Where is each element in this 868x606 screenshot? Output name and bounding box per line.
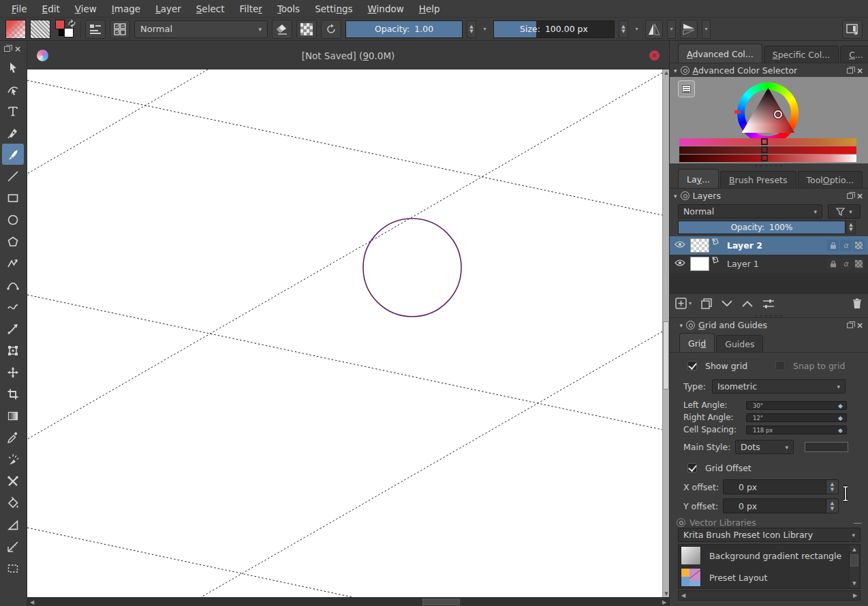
show-grid-checkbox[interactable]: Show grid [687, 361, 747, 371]
offset-spinbox[interactable]: 0 px ▲▼ [723, 498, 839, 513]
alpha-lock-icon[interactable]: α [840, 240, 852, 251]
menu-settings[interactable]: Settings [307, 1, 360, 16]
add-layer-button[interactable]: ▾ [675, 298, 692, 309]
choose-brush-preset-button[interactable] [110, 20, 130, 39]
lock-icon[interactable] [827, 240, 839, 251]
measure-tool[interactable] [2, 536, 24, 557]
edit-brush-settings-button[interactable] [85, 20, 106, 39]
resize-grip[interactable]: •••••• [670, 164, 868, 168]
grid-type-combo[interactable]: Isometric ▾ [712, 379, 846, 394]
close-docker-icon[interactable]: × [856, 322, 863, 329]
layer-visibility-eye-icon[interactable] [670, 240, 690, 251]
vertical-scrollbar-thumb[interactable] [663, 321, 669, 389]
preset-list-horizontal-scrollbar[interactable]: ◀ ▶ [678, 590, 861, 601]
preset-library-combo[interactable]: Krita Brush Preset Icon Library ▾ [678, 528, 861, 542]
opacity-stepper[interactable]: ▲▼ [467, 20, 476, 38]
layer-name[interactable]: Layer 1 [722, 259, 827, 269]
layer-blend-mode-combo[interactable]: Normal ▾ [678, 204, 822, 219]
slider-field[interactable]: 12° ◆ [746, 413, 847, 422]
tab-b[interactable]: Brush Presets [720, 171, 796, 189]
layer-opacity-stepper[interactable]: ▲▼ [846, 221, 856, 234]
grid-line-preview[interactable] [805, 442, 848, 452]
close-document-button[interactable]: ✕ [649, 50, 660, 61]
inherit-alpha-icon[interactable] [853, 240, 865, 251]
transform-tool[interactable] [2, 340, 24, 361]
freehand-path-tool[interactable] [2, 296, 24, 317]
scroll-right-icon[interactable]: ▶ [660, 598, 669, 606]
snap-to-grid-checkbox[interactable]: Snap to grid [775, 361, 845, 371]
tab-lay[interactable]: Lay... [678, 169, 719, 189]
collapse-icon[interactable]: ▾ [674, 193, 677, 200]
preset-list-scrollbar[interactable]: ▲ ▼ [849, 545, 858, 588]
crop-tool[interactable] [2, 383, 24, 404]
assistants-tool[interactable] [2, 514, 24, 535]
mirror-horizontal-caret[interactable]: ▾ [667, 20, 676, 39]
reload-original-preset-button[interactable] [321, 20, 341, 39]
size-options-caret[interactable]: ▾ [632, 20, 641, 38]
ellipse-tool[interactable] [2, 209, 24, 230]
menu-layer[interactable]: Layer [148, 1, 189, 16]
color-selector-settings-button[interactable] [678, 80, 695, 97]
preserve-alpha-button[interactable] [296, 20, 317, 39]
inherit-alpha-icon[interactable] [853, 258, 865, 270]
spinbox-steppers[interactable]: ▲▼ [826, 480, 838, 494]
size-stepper[interactable]: ▲▼ [619, 20, 628, 38]
list-item[interactable]: Background gradient rectangle [679, 545, 860, 567]
float-docker-icon[interactable] [847, 68, 853, 74]
grid-offset-checkbox[interactable]: Grid Offset [687, 463, 751, 473]
tab-grid[interactable]: Grid [679, 333, 715, 353]
float-docker-icon[interactable] [847, 323, 853, 328]
menu-image[interactable]: Image [104, 1, 148, 16]
tab-s[interactable]: Specific Col... [764, 46, 839, 63]
bezier-curve-tool[interactable] [2, 274, 24, 296]
layer-filter-button[interactable]: ▾ [828, 204, 861, 219]
close-docker-icon[interactable]: × [856, 67, 863, 74]
gradient-tool[interactable] [2, 405, 24, 426]
tab-toolo[interactable]: Tool Optio... [798, 171, 863, 189]
menu-tools[interactable]: Tools [270, 1, 307, 16]
delete-layer-button[interactable] [852, 298, 862, 309]
color-shade-strip-3[interactable] [679, 155, 856, 162]
tab-guides[interactable]: Guides [716, 335, 763, 353]
canvas-vertical-scrollbar[interactable]: ▲ ▼ [662, 69, 669, 597]
edit-shapes-tool[interactable] [2, 78, 24, 99]
menu-select[interactable]: Select [189, 1, 232, 16]
spinbox-steppers[interactable]: ▲▼ [826, 499, 838, 513]
stepper-diamond-icon[interactable]: ◆ [838, 415, 844, 421]
menu-help[interactable]: Help [412, 1, 448, 16]
close-docker-icon[interactable]: × [14, 46, 21, 52]
horizontal-scrollbar-thumb[interactable] [422, 599, 460, 605]
menu-edit[interactable]: Edit [35, 1, 67, 16]
scroll-down-icon[interactable]: ▼ [850, 579, 859, 588]
tab-a[interactable]: Advanced Col... [678, 44, 762, 63]
layer-row[interactable]: Layer 1 α [670, 255, 868, 273]
lock-icon[interactable] [827, 258, 839, 270]
size-slider[interactable]: Size:100.00 px [493, 20, 615, 38]
slider-field[interactable]: 118 px ◆ [746, 426, 847, 434]
layer-name[interactable]: Layer 2 [722, 240, 827, 251]
rectangular-selection-tool[interactable] [2, 558, 24, 579]
stepper-diamond-icon[interactable]: ◆ [838, 428, 844, 434]
scroll-right-icon[interactable]: ▶ [850, 592, 860, 599]
pattern-swatch-button[interactable] [30, 20, 50, 39]
freehand-brush-tool[interactable] [2, 144, 24, 165]
minimize-icon[interactable]: — [854, 518, 863, 527]
scrollbar-thumb[interactable] [850, 554, 858, 567]
slider-field[interactable]: 30° ◆ [746, 401, 847, 410]
float-docker-icon[interactable] [4, 46, 10, 52]
polyline-tool[interactable] [2, 253, 24, 274]
tab-c[interactable]: C... [840, 46, 868, 63]
scroll-left-icon[interactable]: ◀ [679, 592, 688, 599]
move-tool[interactable] [2, 362, 24, 383]
mirror-vertical-caret[interactable]: ▾ [702, 20, 711, 39]
layer-properties-button[interactable] [762, 299, 775, 308]
rectangle-tool[interactable] [2, 187, 24, 208]
collapse-icon[interactable]: ▾ [674, 67, 677, 74]
foreground-color-swatch[interactable] [55, 20, 65, 29]
canvas[interactable] [27, 69, 662, 597]
offset-spinbox[interactable]: 0 px ▲▼ [723, 479, 839, 494]
blend-mode-combo[interactable]: Normal ▾ [134, 20, 268, 38]
eraser-mode-button[interactable] [272, 20, 292, 39]
calligraphy-tool[interactable] [2, 122, 24, 143]
alpha-lock-icon[interactable]: α [840, 258, 852, 270]
